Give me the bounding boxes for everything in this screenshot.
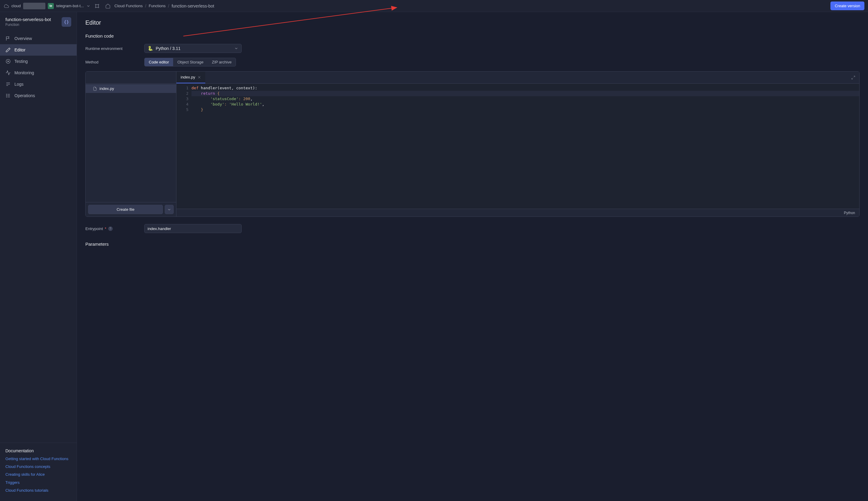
method-tab-code-editor[interactable]: Code editor	[144, 58, 173, 66]
line-gutter: 1 2 3 4 5	[176, 84, 192, 209]
redacted-cloud-id	[23, 3, 45, 9]
svg-line-22	[852, 78, 853, 79]
code-editor: index.py Create file	[85, 71, 860, 217]
entrypoint-input[interactable]	[144, 224, 242, 233]
sidebar-item-label: Monitoring	[14, 71, 34, 75]
chevron-down-icon[interactable]	[86, 4, 90, 8]
page-title: Editor	[85, 19, 860, 26]
function-badge-icon: {}	[62, 17, 71, 27]
sidebar-item-label: Testing	[14, 59, 28, 64]
breadcrumb-functions[interactable]: Functions	[149, 3, 166, 8]
create-version-button[interactable]: Create version	[831, 1, 865, 10]
cloud-icon	[3, 3, 9, 9]
play-icon	[6, 58, 11, 64]
function-code-title: Function code	[85, 33, 860, 39]
code-lines: def handler(event, context): return { 's…	[192, 84, 859, 209]
code-area[interactable]: 1 2 3 4 5 def handler(event, context): r…	[176, 84, 859, 209]
sidebar-item-monitoring[interactable]: Monitoring	[0, 67, 77, 78]
doc-link-tutorials[interactable]: Cloud Functions tutorials	[6, 488, 71, 493]
resource-map-button[interactable]	[93, 2, 101, 10]
help-icon[interactable]: ?	[108, 226, 113, 231]
svg-marker-9	[8, 61, 9, 62]
file-tree-header	[86, 72, 176, 84]
org-badge[interactable]: te	[48, 3, 54, 9]
runtime-select[interactable]: 🐍 Python / 3.11	[144, 44, 242, 53]
doc-link-getting-started[interactable]: Getting started with Cloud Functions	[6, 456, 71, 462]
home-button[interactable]	[104, 2, 112, 10]
svg-point-14	[6, 95, 7, 96]
parameters-title: Parameters	[85, 242, 860, 247]
sidebar-item-editor[interactable]: Editor	[0, 44, 77, 56]
breadcrumb-current: function-serverless-bot	[172, 3, 214, 8]
content: Editor Function code Runtime environment…	[77, 12, 868, 501]
breadcrumb-cloud-functions[interactable]: Cloud Functions	[115, 3, 143, 8]
sidebar-header: function-serverless-bot Function {}	[0, 12, 77, 30]
file-tree: index.py Create file	[86, 72, 176, 216]
required-indicator: *	[105, 226, 106, 231]
svg-point-0	[95, 4, 96, 5]
expand-icon	[851, 75, 855, 80]
documentation-section: Documentation Getting started with Cloud…	[0, 443, 77, 501]
documentation-title: Documentation	[6, 448, 71, 453]
breadcrumb-sep: /	[168, 3, 169, 8]
svg-point-15	[6, 97, 7, 97]
sidebar: function-serverless-bot Function {} Over…	[0, 12, 77, 501]
list-icon	[6, 93, 11, 98]
method-tab-zip-archive[interactable]: ZIP archive	[208, 58, 236, 66]
file-icon	[93, 87, 97, 91]
logs-icon	[6, 82, 11, 87]
pulse-icon	[6, 70, 11, 75]
fullscreen-button[interactable]	[847, 72, 859, 83]
sidebar-item-logs[interactable]: Logs	[0, 78, 77, 90]
function-title: function-serverless-bot	[6, 17, 58, 22]
svg-point-1	[98, 4, 99, 5]
doc-link-concepts[interactable]: Cloud Functions concepts	[6, 464, 71, 469]
runtime-label: Runtime environment	[85, 46, 144, 51]
editor-tab-index-py[interactable]: index.py	[176, 72, 205, 83]
sidebar-item-overview[interactable]: Overview	[0, 33, 77, 44]
sidebar-item-testing[interactable]: Testing	[0, 56, 77, 67]
python-icon: 🐍	[148, 46, 153, 51]
doc-link-triggers[interactable]: Triggers	[6, 480, 71, 486]
breadcrumb-sep: /	[145, 3, 147, 8]
runtime-value: Python / 3.11	[156, 46, 181, 51]
topbar: cloud te telegram-bot-t... Cloud Functio…	[0, 0, 868, 12]
editor-pane: index.py 1 2 3	[176, 72, 859, 216]
pencil-icon	[6, 47, 11, 53]
sidebar-item-label: Operations	[14, 93, 35, 98]
project-selector[interactable]: telegram-bot-t...	[56, 3, 84, 8]
editor-tabs: index.py	[176, 72, 859, 84]
file-name: index.py	[99, 86, 114, 91]
sidebar-nav: Overview Editor Testing Monitoring Logs	[0, 30, 77, 104]
method-label: Method	[85, 60, 144, 64]
svg-point-2	[95, 7, 96, 8]
flag-icon	[6, 36, 11, 41]
method-tab-object-storage[interactable]: Object Storage	[173, 58, 208, 66]
entrypoint-label: Entrypoint* ?	[85, 226, 144, 231]
file-item-index-py[interactable]: index.py	[86, 84, 176, 93]
svg-line-21	[854, 76, 855, 77]
sidebar-item-operations[interactable]: Operations	[0, 90, 77, 102]
create-file-more-button[interactable]	[165, 205, 174, 214]
doc-link-alice[interactable]: Creating skills for Alice	[6, 472, 71, 477]
close-icon[interactable]	[197, 75, 201, 79]
svg-point-13	[6, 94, 7, 95]
sidebar-item-label: Overview	[14, 36, 32, 41]
function-subtitle: Function	[6, 23, 58, 27]
create-file-button[interactable]: Create file	[88, 205, 163, 214]
method-tabs: Code editor Object Storage ZIP archive	[144, 58, 236, 66]
editor-status-bar: Python	[176, 209, 859, 216]
sidebar-item-label: Logs	[14, 82, 23, 87]
svg-point-3	[98, 7, 99, 8]
chevron-down-icon	[167, 207, 171, 212]
sidebar-item-label: Editor	[14, 47, 25, 52]
cloud-label: cloud	[11, 3, 21, 8]
editor-lang: Python	[844, 211, 855, 215]
editor-tab-label: index.py	[181, 75, 195, 79]
chevron-down-icon	[234, 46, 238, 51]
